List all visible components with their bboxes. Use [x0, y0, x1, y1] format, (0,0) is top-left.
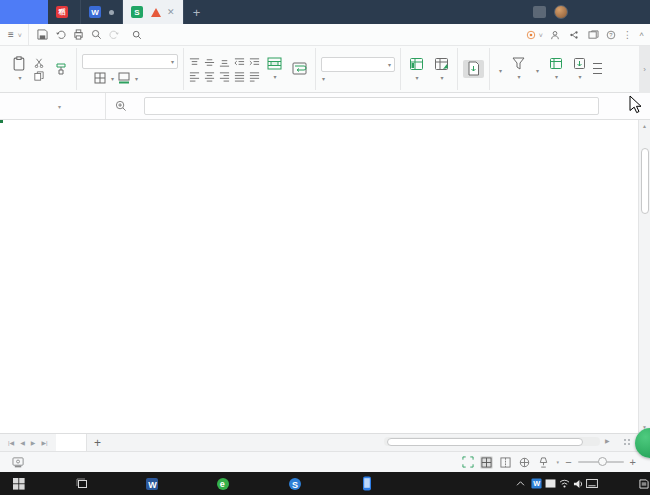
next-sheet-icon[interactable]: ▶ — [31, 439, 36, 446]
fx-area — [106, 100, 144, 112]
notification-center-icon[interactable] — [639, 472, 649, 495]
taskbar-s-app-icon[interactable]: S — [286, 475, 303, 492]
task-view-button[interactable] — [74, 475, 91, 492]
spreadsheet-grid[interactable] — [0, 120, 650, 433]
sort-button[interactable] — [532, 63, 542, 76]
ribbon-expand-strip[interactable] — [639, 46, 650, 93]
taskbar-browser-icon[interactable]: e — [214, 475, 231, 492]
redo-icon[interactable] — [109, 29, 120, 40]
taskbar-phone-icon[interactable] — [358, 475, 375, 492]
distribute-icon[interactable] — [249, 71, 260, 82]
number-format-select[interactable] — [321, 57, 395, 72]
wrap-text-button[interactable] — [289, 61, 310, 77]
file-menu[interactable] — [0, 24, 29, 45]
currency-icon[interactable] — [321, 75, 325, 82]
row-button[interactable] — [593, 61, 602, 77]
last-sheet-icon[interactable]: ▶| — [41, 439, 47, 446]
prev-sheet-icon[interactable]: ◀ — [20, 439, 25, 446]
borders-icon[interactable] — [94, 72, 106, 84]
undo-icon[interactable] — [55, 29, 66, 40]
home-tab[interactable] — [0, 0, 48, 24]
borders-caret[interactable] — [110, 73, 114, 83]
new-tab-button[interactable] — [184, 0, 210, 24]
align-bottom-icon[interactable] — [219, 57, 230, 68]
tray-keyboard-icon[interactable] — [586, 472, 598, 495]
fill-button[interactable] — [570, 56, 589, 82]
abnormal-check-button[interactable] — [526, 29, 543, 40]
print-icon[interactable] — [73, 29, 84, 40]
align-right-icon[interactable] — [219, 71, 230, 82]
table-style-button[interactable] — [431, 56, 452, 83]
font-name-select[interactable] — [82, 54, 178, 69]
collaborate-button[interactable] — [550, 30, 562, 40]
scroll-up-icon[interactable]: ▲ — [642, 123, 647, 129]
tray-expand[interactable] — [516, 472, 525, 495]
align-center-icon[interactable] — [204, 71, 215, 82]
message-count-badge[interactable] — [533, 6, 546, 18]
first-sheet-icon[interactable]: |◀ — [8, 439, 14, 446]
insert-function-icon[interactable] — [115, 100, 127, 112]
user-avatar[interactable] — [554, 5, 568, 19]
wps-spreadsheet-window: ? — [0, 0, 650, 495]
format-painter-button[interactable] — [51, 61, 71, 78]
tray-display-icon[interactable] — [545, 472, 556, 495]
zoom-level[interactable] — [556, 459, 560, 465]
scroll-right-icon[interactable]: ▶ — [605, 437, 610, 444]
collapse-ribbon-icon[interactable] — [639, 30, 644, 39]
zoom-slider-knob[interactable] — [598, 457, 607, 466]
tray-wifi-icon[interactable] — [559, 472, 570, 495]
merge-center-button[interactable] — [264, 56, 285, 82]
macro-record-icon[interactable] — [12, 456, 25, 468]
zoom-slider[interactable] — [578, 461, 624, 463]
start-button[interactable] — [10, 475, 27, 492]
paste-button[interactable] — [9, 55, 30, 83]
normal-view-icon[interactable] — [480, 456, 493, 469]
fill-color-icon[interactable] — [118, 72, 130, 84]
sheet-tab-sheet1[interactable] — [56, 434, 87, 451]
page-layout-view-icon[interactable] — [518, 456, 531, 469]
doc-assistant-button[interactable] — [463, 60, 484, 78]
align-top-icon[interactable] — [189, 57, 200, 68]
tray-volume-icon[interactable] — [573, 472, 584, 495]
fullscreen-icon[interactable] — [462, 456, 474, 468]
align-left-icon[interactable] — [189, 71, 200, 82]
vertical-scrollbar[interactable]: ▲ ▼ — [638, 120, 650, 433]
conditional-format-icon — [409, 57, 424, 71]
tab-spreadsheet-active[interactable] — [123, 0, 184, 24]
format-button[interactable] — [546, 56, 566, 82]
help-icon[interactable]: ? — [606, 30, 616, 40]
taskbar-word-icon[interactable]: W — [143, 475, 160, 492]
tray-wps-icon[interactable]: W — [531, 472, 542, 495]
zoom-out-button[interactable]: − — [565, 457, 571, 467]
sum-button[interactable] — [495, 63, 505, 76]
find-button[interactable] — [128, 30, 148, 40]
page-break-view-icon[interactable] — [499, 456, 512, 469]
number-group — [316, 48, 401, 90]
close-tab-icon[interactable] — [165, 7, 175, 17]
add-sheet-button[interactable]: + — [87, 434, 109, 451]
horizontal-scrollbar[interactable] — [384, 437, 600, 446]
horizontal-scroll-thumb[interactable] — [387, 438, 583, 446]
zoom-in-button[interactable]: + — [630, 457, 636, 467]
switch-window-icon[interactable] — [588, 30, 599, 40]
vertical-scroll-thumb[interactable] — [641, 148, 649, 214]
tab-docer-templates[interactable] — [48, 0, 81, 24]
tab-word-document[interactable] — [81, 0, 123, 24]
save-icon[interactable] — [37, 29, 48, 40]
indent-increase-icon[interactable] — [249, 57, 260, 68]
conditional-format-button[interactable] — [406, 56, 427, 83]
name-box[interactable] — [0, 93, 106, 119]
align-middle-icon[interactable] — [204, 57, 215, 68]
cut-button[interactable] — [34, 58, 47, 68]
justify-icon[interactable] — [234, 71, 245, 82]
formula-input[interactable] — [144, 97, 599, 115]
more-menu-icon[interactable] — [623, 29, 633, 40]
copy-button[interactable] — [34, 71, 47, 81]
print-preview-icon[interactable] — [91, 29, 102, 40]
fill-color-caret[interactable] — [134, 73, 138, 83]
conditional-format-label — [414, 72, 418, 82]
filter-button[interactable] — [509, 56, 528, 82]
share-button[interactable] — [569, 30, 581, 40]
eye-protection-icon[interactable] — [537, 456, 550, 469]
indent-decrease-icon[interactable] — [234, 57, 245, 68]
